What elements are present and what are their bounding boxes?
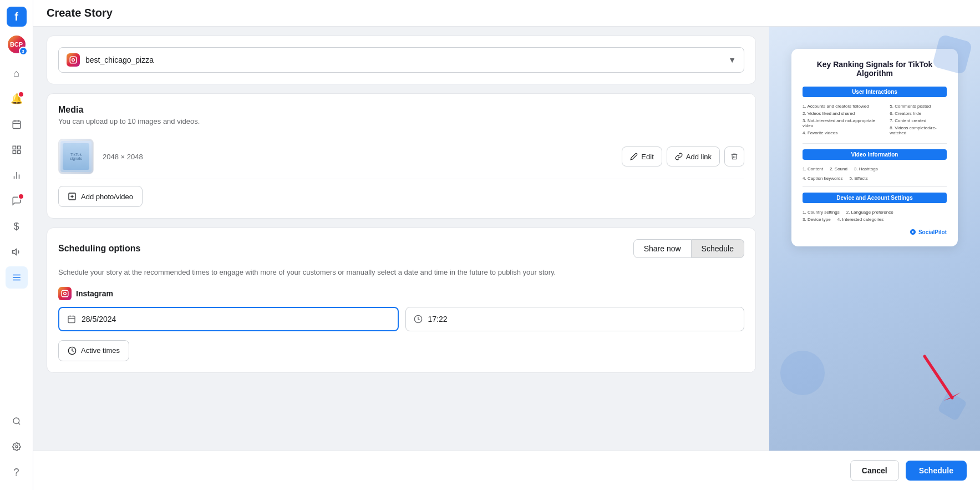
list-item: 4. Favorite videos xyxy=(803,130,879,135)
scheduling-header: Scheduling options Share now Schedule xyxy=(58,239,744,258)
scheduling-title: Scheduling options xyxy=(58,244,140,254)
chevron-down-icon: ▼ xyxy=(728,55,736,64)
sidebar-item-search[interactable] xyxy=(6,410,28,432)
active-times-button[interactable]: Active times xyxy=(58,340,129,361)
scheduling-toggle: Share now Schedule xyxy=(633,239,744,258)
video-info-list: 1. Content 2. Sound 3. Hashtags xyxy=(803,166,947,171)
scheduling-card: Scheduling options Share now Schedule Sc… xyxy=(47,228,756,373)
svg-rect-23 xyxy=(68,316,75,322)
sidebar-item-messages[interactable] xyxy=(6,190,28,212)
user-interactions-badge: User Interactions xyxy=(803,87,947,97)
main-content: Create Story best_chicago_pizza ▼ xyxy=(33,0,980,490)
edit-button[interactable]: Edit xyxy=(622,147,662,166)
list-item: 5. Effects xyxy=(849,176,867,181)
media-thumb-inner: TikToksignals xyxy=(60,141,92,172)
date-time-row: 28/5/2024 17:22 xyxy=(58,307,744,331)
sidebar-item-analytics[interactable] xyxy=(6,164,28,186)
account-selector-left: best_chicago_pizza xyxy=(67,53,154,67)
cancel-button[interactable]: Cancel xyxy=(850,460,899,481)
form-panel: best_chicago_pizza ▼ Media You can uploa… xyxy=(33,27,769,451)
platform-label: Instagram xyxy=(76,289,113,298)
instagram-icon xyxy=(67,53,80,67)
active-times-icon xyxy=(68,346,77,355)
svg-marker-11 xyxy=(12,249,16,255)
media-card: Media You can upload up to 10 images and… xyxy=(47,93,756,219)
device-badge: Device and Account Settings xyxy=(803,193,947,203)
preview-card: Key Ranking Signals for TikTok Algorithm… xyxy=(791,49,958,246)
divider-2 xyxy=(803,186,947,187)
account-selector[interactable]: best_chicago_pizza ▼ xyxy=(58,47,744,73)
sidebar-item-posts[interactable] xyxy=(6,139,28,161)
list-item: 5. Comments posted xyxy=(890,104,947,109)
divider xyxy=(803,143,947,144)
media-title: Media xyxy=(58,105,744,115)
edit-icon xyxy=(630,153,638,160)
scheduling-description: Schedule your story at the recommended t… xyxy=(58,267,744,278)
avatar-badge: 3 xyxy=(19,47,28,55)
user-interactions-col1: 1. Accounts and creators followed 2. Vid… xyxy=(803,104,879,138)
list-item: 6. Creators hide xyxy=(890,111,947,116)
platform-row: Instagram xyxy=(58,287,744,300)
svg-rect-5 xyxy=(17,146,20,149)
svg-rect-18 xyxy=(70,57,77,63)
calendar-icon xyxy=(67,315,76,324)
sidebar: f BCP 3 ⌂ 🔔 $ ? xyxy=(0,0,33,490)
list-item: 1. Accounts and creators followed xyxy=(803,104,879,109)
svg-rect-4 xyxy=(13,146,16,149)
add-link-button[interactable]: Add link xyxy=(667,147,720,166)
sidebar-item-campaigns[interactable] xyxy=(6,241,28,263)
sidebar-item-calendar[interactable] xyxy=(6,113,28,135)
preview-panel: Key Ranking Signals for TikTok Algorithm… xyxy=(769,27,980,451)
list-item: 1. Content xyxy=(803,166,823,171)
sidebar-item-notifications[interactable]: 🔔 xyxy=(6,88,28,110)
list-item: 4. Interested categories xyxy=(837,217,884,222)
add-media-button[interactable]: Add photo/video xyxy=(58,186,143,207)
media-dimensions: 2048 × 2048 xyxy=(103,153,613,161)
sidebar-item-home[interactable]: ⌂ xyxy=(6,62,28,84)
media-item: TikToksignals 2048 × 2048 Edit Add link xyxy=(58,134,744,179)
list-item: 3. Hashtags xyxy=(854,166,878,171)
svg-line-29 xyxy=(925,356,952,398)
svg-rect-21 xyxy=(62,290,68,297)
red-arrow xyxy=(919,351,963,406)
media-thumbnail: TikToksignals xyxy=(58,139,94,174)
sidebar-item-menu[interactable] xyxy=(6,266,28,289)
schedule-main-button[interactable]: Schedule xyxy=(906,461,967,481)
content-area: best_chicago_pizza ▼ Media You can uploa… xyxy=(33,27,980,451)
device-list-2: 3. Device type 4. Interested categories xyxy=(803,217,947,222)
media-actions: Edit Add link xyxy=(622,147,744,166)
list-item: 2. Videos liked and shared xyxy=(803,111,879,116)
time-input[interactable]: 17:22 xyxy=(405,307,745,331)
preview-footer: SocialPilot xyxy=(803,229,947,235)
date-input[interactable]: 28/5/2024 xyxy=(58,307,399,331)
video-info-list-2: 4. Caption keywords 5. Effects xyxy=(803,176,947,181)
deco-shape-2 xyxy=(780,351,825,395)
svg-rect-0 xyxy=(13,121,21,129)
sidebar-item-billing[interactable]: $ xyxy=(6,215,28,238)
link-icon xyxy=(675,153,683,160)
account-name: best_chicago_pizza xyxy=(85,55,154,64)
list-item: 3. Device type xyxy=(803,217,831,222)
svg-point-17 xyxy=(16,446,18,448)
avatar[interactable]: BCP 3 xyxy=(7,34,27,54)
svg-line-16 xyxy=(18,423,20,425)
brand-icon xyxy=(910,229,916,235)
svg-point-15 xyxy=(13,418,19,424)
svg-rect-6 xyxy=(13,151,16,154)
svg-marker-30 xyxy=(944,392,961,401)
sidebar-item-settings[interactable] xyxy=(6,436,28,458)
svg-rect-7 xyxy=(17,151,20,154)
share-now-button[interactable]: Share now xyxy=(633,239,692,258)
account-card: best_chicago_pizza ▼ xyxy=(47,36,756,84)
preview-image: Key Ranking Signals for TikTok Algorithm… xyxy=(769,27,980,451)
user-interactions-col2: 5. Comments posted 6. Creators hide 7. C… xyxy=(890,104,947,138)
list-item: 1. Country settings xyxy=(803,210,840,215)
schedule-button[interactable]: Schedule xyxy=(692,239,744,258)
list-item: 3. Not-interested and not-appropriate vi… xyxy=(803,118,879,128)
list-item: 4. Caption keywords xyxy=(803,176,842,181)
sidebar-item-help[interactable]: ? xyxy=(6,461,28,483)
list-item: 2. Sound xyxy=(830,166,847,171)
delete-button[interactable] xyxy=(724,147,744,166)
page-header: Create Story xyxy=(33,0,980,27)
trash-icon xyxy=(730,153,738,160)
